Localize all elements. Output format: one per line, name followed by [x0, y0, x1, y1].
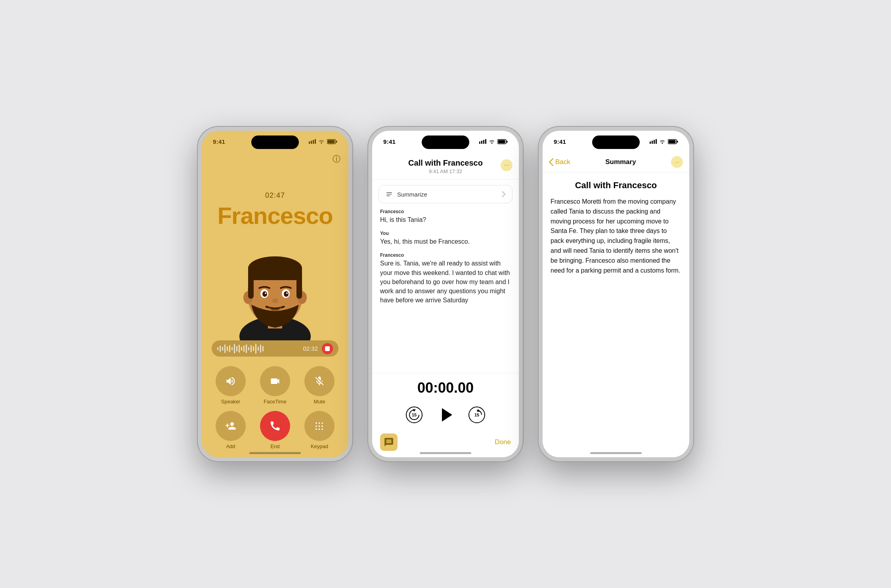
- summary-text: Francesco Moretti from the moving compan…: [551, 197, 681, 275]
- svg-rect-5: [328, 140, 335, 143]
- summary-nav: Back Summary ···: [543, 152, 689, 172]
- summary-screen: Back Summary ··· Call with Francesco Fra…: [543, 152, 689, 457]
- svg-rect-38: [652, 141, 653, 144]
- wave-bar: [229, 345, 230, 352]
- home-indicator: [249, 452, 301, 454]
- transcript-subtitle: 9:41 AM 17:32: [380, 168, 511, 174]
- dynamic-island: [251, 136, 299, 149]
- keypad-icon: [314, 421, 325, 431]
- svg-rect-2: [313, 140, 314, 144]
- end-call-icon: [269, 420, 281, 432]
- rewind-button[interactable]: 15: [405, 406, 423, 424]
- play-icon: [435, 404, 456, 426]
- speaker-name-3: Francesco: [380, 252, 511, 258]
- message-2: You Yes, hi, this must be Francesco.: [380, 231, 511, 246]
- volume-down-button-3: [539, 205, 539, 229]
- speaker-name-1: Francesco: [380, 209, 511, 214]
- footer-bottom: Done: [380, 433, 511, 451]
- end-button[interactable]: End: [256, 411, 294, 449]
- call-screen: ⓘ 02:47 Francesco: [202, 131, 348, 457]
- phone-summary: 9:41 Back: [539, 127, 693, 461]
- wave-bar: [258, 347, 259, 351]
- summary-more-button[interactable]: ···: [671, 156, 683, 168]
- wave-bar: [246, 344, 247, 353]
- summary-content: Call with Francesco Francesco Moretti fr…: [543, 172, 689, 283]
- forward-icon: 15: [468, 406, 486, 424]
- mute-label: Mute: [314, 399, 325, 405]
- keypad-circle: [304, 411, 335, 441]
- keypad-button[interactable]: Keypad: [300, 411, 338, 449]
- wave-bar: [239, 345, 240, 353]
- svg-point-20: [272, 298, 278, 303]
- status-time: 9:41: [213, 138, 225, 145]
- wave-bar: [234, 344, 235, 353]
- wave-bar: [250, 345, 252, 352]
- nav-title: Summary: [605, 158, 636, 166]
- add-person-icon: [225, 420, 236, 431]
- add-label: Add: [226, 443, 235, 449]
- status-time-2: 9:41: [383, 138, 396, 145]
- more-options-button[interactable]: ···: [501, 159, 512, 171]
- mute-icon: [314, 376, 325, 387]
- facetime-button[interactable]: FaceTime: [256, 366, 294, 405]
- svg-rect-11: [248, 268, 302, 280]
- svg-point-16: [262, 291, 267, 297]
- message-text-1: Hi, is this Tania?: [380, 215, 511, 224]
- summarize-label: Summarize: [397, 191, 427, 198]
- svg-rect-22: [296, 275, 302, 299]
- memoji-avatar: [224, 221, 327, 340]
- summary-more-icon: ···: [675, 159, 679, 165]
- facetime-label: FaceTime: [264, 399, 286, 405]
- speaker-button[interactable]: Speaker: [212, 366, 250, 405]
- record-stop-button[interactable]: [322, 343, 333, 354]
- battery-icon-2: [497, 139, 508, 144]
- svg-rect-23: [479, 141, 480, 144]
- summarize-icon: [385, 190, 393, 198]
- facetime-icon: [270, 376, 281, 387]
- speaker-circle: [216, 366, 246, 396]
- wave-bar: [217, 347, 218, 350]
- mute-circle: [304, 366, 335, 396]
- battery-icon-3: [668, 139, 678, 144]
- svg-point-17: [284, 291, 289, 297]
- speaker-name-2: You: [380, 231, 511, 236]
- home-indicator-3: [590, 452, 642, 454]
- svg-point-18: [265, 292, 266, 294]
- home-indicator-2: [420, 452, 471, 454]
- add-button[interactable]: Add: [212, 411, 250, 449]
- wave-bar: [241, 347, 242, 351]
- back-label: Back: [555, 158, 570, 166]
- speaker-icon: [225, 376, 236, 387]
- message-1: Francesco Hi, is this Tania?: [380, 209, 511, 224]
- chevron-right-icon: [502, 191, 506, 197]
- play-button[interactable]: [435, 404, 456, 426]
- status-icons: [309, 139, 337, 144]
- call-buttons-grid: Speaker FaceTime Mute: [208, 366, 342, 449]
- dynamic-island-2: [422, 136, 469, 149]
- svg-rect-42: [669, 140, 676, 143]
- message-text-3: Sure is. Tania, we're all ready to assis…: [380, 259, 511, 305]
- signal-icon-3: [650, 139, 657, 144]
- wave-bar: [227, 346, 228, 351]
- wave-bar: [243, 346, 245, 352]
- wifi-icon-2: [489, 139, 495, 144]
- info-icon[interactable]: ⓘ: [333, 155, 340, 163]
- svg-rect-26: [485, 139, 486, 144]
- done-button[interactable]: Done: [495, 438, 511, 446]
- summarize-button[interactable]: Summarize: [379, 185, 512, 203]
- keypad-label: Keypad: [311, 443, 328, 449]
- waveform: [217, 344, 299, 354]
- rec-timer: 02:32: [303, 345, 318, 352]
- phone-active-call: 9:41 ⓘ 02:47 Francesco: [198, 127, 352, 461]
- wave-bar: [231, 347, 233, 350]
- status-icons-3: [650, 139, 678, 144]
- wave-bar: [253, 346, 254, 351]
- forward-button[interactable]: 15: [468, 406, 486, 424]
- playback-controls: 15 15: [380, 404, 511, 426]
- back-button[interactable]: Back: [549, 158, 570, 166]
- mute-button[interactable]: Mute: [300, 366, 338, 405]
- ringer-switch: [198, 233, 199, 257]
- chat-bubble-button[interactable]: [380, 433, 398, 451]
- end-circle: [260, 411, 290, 441]
- transcript-screen: Call with Francesco 9:41 AM 17:32 ··· Su…: [372, 152, 519, 457]
